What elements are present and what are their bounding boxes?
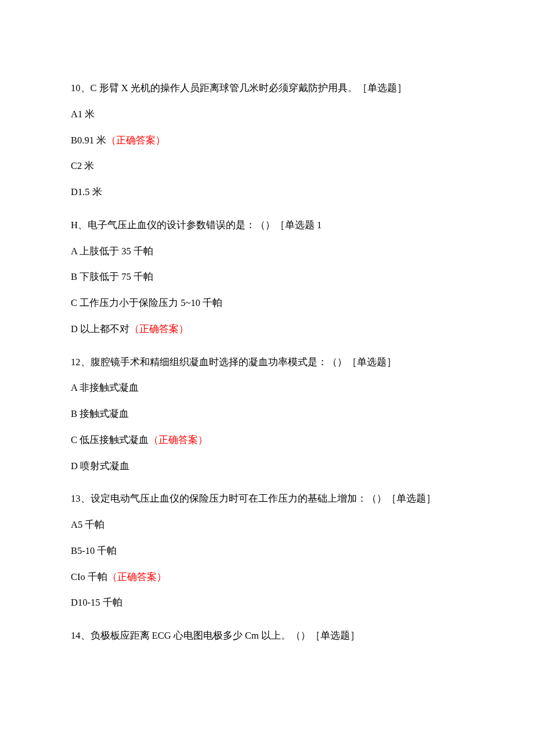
option-d: D 喷射式凝血 <box>71 459 463 474</box>
option-d: D10-15 千帕 <box>71 596 463 610</box>
option-b: B0.91 米（正确答案） <box>71 134 463 148</box>
option-text: D10-15 千帕 <box>71 597 122 608</box>
correct-answer-label: （正确答案） <box>107 571 167 582</box>
question-stem: H、电子气压止血仪的设计参数错误的是：（）［单选题 1 <box>71 218 463 233</box>
question-stem: 10、C 形臂 X 光机的操作人员距离球管几米时必须穿戴防护用具。［单选题］ <box>71 81 463 96</box>
option-text: CIo 千帕 <box>71 571 107 582</box>
option-text: C 工作压力小于保险压力 5~10 千帕 <box>71 297 222 308</box>
option-text: B 接触式凝血 <box>71 408 129 419</box>
option-a: A1 米 <box>71 107 463 122</box>
option-b: B 下肢低于 75 千帕 <box>71 270 463 285</box>
correct-answer-label: （正确答案） <box>149 434 208 445</box>
option-c: C 工作压力小于保险压力 5~10 千帕 <box>71 296 463 311</box>
option-d: D 以上都不对（正确答案） <box>71 322 463 337</box>
option-b: B5-10 千帕 <box>71 544 463 559</box>
question-12: 12、腹腔镜手术和精细组织凝血时选择的凝血功率模式是：（）［单选题］ A 非接触… <box>71 355 463 474</box>
option-text: A 非接触式凝血 <box>71 382 139 393</box>
option-a: A 上肢低于 35 千帕 <box>71 244 463 259</box>
option-a: A 非接触式凝血 <box>71 381 463 395</box>
option-a: A5 千帕 <box>71 518 463 532</box>
option-text: C2 米 <box>71 160 94 171</box>
option-text: D 喷射式凝血 <box>71 460 129 471</box>
option-text: B 下肢低于 75 千帕 <box>71 271 153 282</box>
option-text: C 低压接触式凝血 <box>71 434 149 445</box>
document-page: 10、C 形臂 X 光机的操作人员距离球管几米时必须穿戴防护用具。［单选题］ A… <box>0 0 534 756</box>
correct-answer-label: （正确答案） <box>106 135 165 146</box>
option-text: A 上肢低于 35 千帕 <box>71 246 153 257</box>
option-text: D 以上都不对 <box>71 323 129 334</box>
option-text: A5 千帕 <box>71 519 104 530</box>
question-13: 13、设定电动气压止血仪的保险压力时可在工作压力的基础上增加：（）［单选题］ A… <box>71 492 463 610</box>
option-c: CIo 千帕（正确答案） <box>71 570 463 585</box>
question-h: H、电子气压止血仪的设计参数错误的是：（）［单选题 1 A 上肢低于 35 千帕… <box>71 218 463 337</box>
question-14: 14、负极板应距离 ECG 心电图电极多少 Cm 以上。（）［单选题］ <box>71 629 463 643</box>
option-d: D1.5 米 <box>71 185 463 200</box>
option-text: A1 米 <box>71 109 95 120</box>
option-c: C 低压接触式凝血（正确答案） <box>71 433 463 448</box>
option-text: B5-10 千帕 <box>71 545 117 556</box>
option-c: C2 米 <box>71 159 463 174</box>
question-stem: 14、负极板应距离 ECG 心电图电极多少 Cm 以上。（）［单选题］ <box>71 629 463 643</box>
question-stem: 13、设定电动气压止血仪的保险压力时可在工作压力的基础上增加：（）［单选题］ <box>71 492 463 506</box>
correct-answer-label: （正确答案） <box>129 323 189 334</box>
option-text: D1.5 米 <box>71 186 102 197</box>
option-text: B0.91 米 <box>71 135 106 146</box>
option-b: B 接触式凝血 <box>71 407 463 422</box>
question-10: 10、C 形臂 X 光机的操作人员距离球管几米时必须穿戴防护用具。［单选题］ A… <box>71 81 463 200</box>
question-stem: 12、腹腔镜手术和精细组织凝血时选择的凝血功率模式是：（）［单选题］ <box>71 355 463 370</box>
